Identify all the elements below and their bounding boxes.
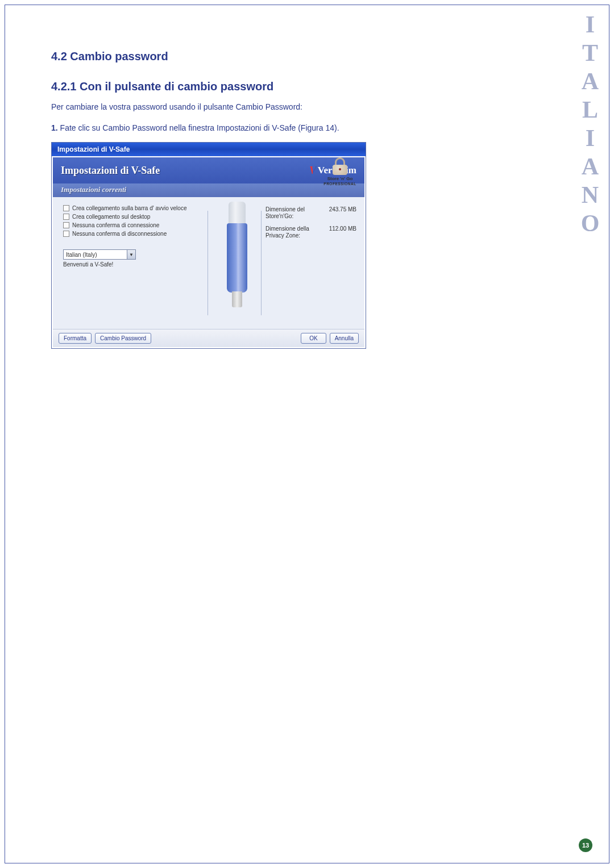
lock-icon	[332, 157, 348, 176]
heading-section: 4.2 Cambio password	[51, 50, 495, 63]
welcome-text: Benvenuti a V-Safe!	[63, 261, 205, 268]
settings-left-column: Crea collegamento sulla barra d' avvio v…	[53, 197, 211, 329]
dialog-subheader: Impostazioni correnti	[53, 183, 364, 197]
format-button[interactable]: Formatta	[59, 333, 92, 344]
checkbox-icon	[63, 231, 69, 237]
vsafe-settings-dialog: Impostazioni di V-Safe Impostazioni di V…	[51, 142, 366, 349]
checkbox-quicklaunch[interactable]: Crea collegamento sulla barra d' avvio v…	[63, 205, 205, 211]
settings-right-column: Store 'n' Go PROFESSIONAL Dimensione del…	[263, 197, 364, 329]
chevron-down-icon: ▼	[127, 250, 135, 259]
size-label: Dimensione del Store'n'Go:	[265, 206, 318, 220]
checkbox-icon	[63, 205, 69, 211]
zone-label: Dimensione della Privacy Zone:	[265, 226, 318, 239]
sidebar-language: ITALIANO	[576, 11, 604, 239]
heading-subsection: 4.2.1 Con il pulsante di cambio password	[51, 80, 495, 93]
intro-paragraph: Per cambiare la vostra password usando i…	[51, 101, 495, 113]
checkbox-disconnect-confirm[interactable]: Nessuna conferma di disconnessione	[63, 231, 205, 237]
cancel-button[interactable]: Annulla	[330, 333, 359, 344]
language-selected-value: Italian (Italy)	[66, 252, 97, 258]
brand-sub: PROFESSIONAL	[323, 182, 356, 186]
ok-button[interactable]: OK	[301, 333, 326, 344]
usb-drive-icon	[227, 202, 247, 310]
dialog-titlebar: Impostazioni di V-Safe	[52, 143, 366, 156]
usb-illustration	[211, 197, 263, 329]
checkbox-desktop[interactable]: Crea collegamento sul desktop	[63, 214, 205, 220]
dialog-header-title: Impostazioni di V-Safe	[61, 165, 160, 177]
step-num: 1.	[51, 123, 58, 132]
checkbox-label: Nessuna conferma di disconnessione	[72, 231, 167, 237]
checkbox-icon	[63, 222, 69, 228]
size-value: 243.75 MB	[318, 206, 356, 220]
brand-label: Store 'n' Go	[323, 177, 356, 182]
page-number: 13	[579, 838, 592, 852]
checkbox-label: Crea collegamento sul desktop	[72, 214, 150, 220]
checkbox-icon	[63, 214, 69, 220]
zone-value: 112.00 MB	[318, 226, 356, 239]
language-select[interactable]: Italian (Italy) ▼	[63, 249, 136, 260]
checkbox-connect-confirm[interactable]: Nessuna conferma di connessione	[63, 222, 205, 228]
change-password-button[interactable]: Cambio Password	[95, 333, 151, 344]
storengo-brand: Store 'n' Go PROFESSIONAL	[323, 157, 356, 186]
step-text: Fate clic su Cambio Password nella fines…	[58, 123, 339, 132]
step-1: 1. Fate clic su Cambio Password nella fi…	[51, 122, 495, 134]
checkbox-label: Nessuna conferma di connessione	[72, 222, 159, 228]
verbatim-v-icon: V	[309, 164, 317, 177]
checkbox-label: Crea collegamento sulla barra d' avvio v…	[72, 205, 186, 211]
dialog-header: Impostazioni di V-Safe VVerbatim	[53, 157, 364, 183]
